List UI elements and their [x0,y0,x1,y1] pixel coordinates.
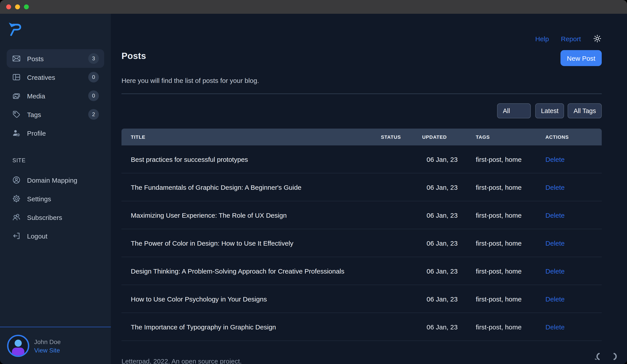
sidebar-item-settings[interactable]: Settings [7,189,104,208]
sidebar-item-logout[interactable]: Logout [7,227,104,245]
app-stage: Posts 3 Creatives 0 Medi [0,0,627,364]
post-updated: 06 Jan, 23 [422,295,476,303]
table-row[interactable]: The Fundamentals of Graphic Design: A Be… [121,173,602,201]
posts-table: TITLE STATUS UPDATED TAGS ACTIONS Best p… [121,129,602,341]
post-title[interactable]: Design Thinking: A Problem-Solving Appro… [121,267,381,275]
post-updated: 06 Jan, 23 [422,211,476,219]
sidebar: Posts 3 Creatives 0 Medi [0,14,111,364]
app-window: Posts 3 Creatives 0 Medi [0,0,627,364]
sidebar-main-nav: Posts 3 Creatives 0 Medi [0,49,111,142]
new-post-button[interactable]: New Post [561,50,602,66]
help-link[interactable]: Help [535,35,549,42]
user-gear-icon [12,129,21,137]
post-status [381,183,422,191]
sidebar-item-domain-mapping[interactable]: Domain Mapping [7,171,104,189]
post-updated: 06 Jan, 23 [422,239,476,247]
layout-icon [12,73,21,82]
filter-all-tags-select[interactable]: All Tags [568,103,602,118]
tags-count-badge: 2 [88,109,99,120]
footer-text: Letterpad, 2022. An open source project. [121,357,602,364]
media-count-badge: 0 [88,91,99,101]
zoom-button[interactable] [24,4,29,9]
sidebar-item-subscribers[interactable]: Subscribers [7,208,104,227]
column-header-updated: UPDATED [422,134,476,140]
filter-latest-select[interactable]: Latest [535,103,564,118]
sidebar-item-label: Domain Mapping [27,176,99,184]
letterpad-logo-icon [7,21,23,37]
post-title[interactable]: The Importance of Typography in Graphic … [121,323,381,330]
sidebar-item-label: Creatives [27,73,82,81]
delete-link[interactable]: Delete [545,183,565,191]
delete-link[interactable]: Delete [545,267,565,275]
sidebar-item-profile[interactable]: Profile [7,124,104,142]
post-title[interactable]: The Fundamentals of Graphic Design: A Be… [121,183,381,191]
post-status [381,323,422,331]
delete-link[interactable]: Delete [545,239,565,247]
post-tags: first-post, home [476,156,545,163]
filter-all-select[interactable]: All [497,103,531,118]
filters-bar: All Latest All Tags [121,103,602,118]
post-title[interactable]: The Power of Color in Design: How to Use… [121,239,381,247]
tag-icon [12,110,21,119]
theme-toggle[interactable] [593,34,602,43]
minimize-button[interactable] [15,4,20,9]
table-row[interactable]: The Power of Color in Design: How to Use… [121,229,602,257]
sidebar-item-label: Subscribers [27,213,99,221]
avatar[interactable] [7,334,29,357]
footer-icons [594,353,620,361]
table-row[interactable]: Maximizing User Experience: The Role of … [121,201,602,229]
post-status [381,239,422,247]
post-title[interactable]: How to Use Color Psychology in Your Desi… [121,295,381,303]
github-icon[interactable] [594,353,602,361]
post-updated: 06 Jan, 23 [422,267,476,275]
page-header: Posts New Post [121,51,602,66]
sidebar-section-site: SITE [12,157,111,164]
post-tags: first-post, home [476,295,545,303]
sidebar-item-label: Settings [27,195,99,202]
gear-icon [12,194,21,203]
sidebar-item-label: Logout [27,232,99,240]
close-button[interactable] [6,4,11,9]
table-row[interactable]: The Importance of Typography in Graphic … [121,313,602,341]
sidebar-site-nav: Domain Mapping Settings Subscribers [0,171,111,245]
creatives-count-badge: 0 [88,72,99,82]
post-updated: 06 Jan, 23 [422,183,476,191]
main-content: Help Report Posts New Post Here you will… [111,14,627,364]
delete-link[interactable]: Delete [545,323,565,330]
table-header: TITLE STATUS UPDATED TAGS ACTIONS [121,129,602,145]
app-body: Posts 3 Creatives 0 Medi [0,14,627,364]
logout-icon [12,231,21,240]
users-icon [12,213,21,222]
post-status [381,155,422,163]
table-row[interactable]: Best practices for successful prototypes… [121,145,602,173]
post-status [381,267,422,275]
moon-icon[interactable] [612,353,620,361]
image-icon [12,91,21,100]
envelope-icon [12,54,21,63]
sidebar-item-posts[interactable]: Posts 3 [7,49,104,68]
table-body: Best practices for successful prototypes… [121,145,602,341]
report-link[interactable]: Report [561,35,581,42]
delete-link[interactable]: Delete [545,211,565,219]
sidebar-item-label: Posts [27,55,82,62]
view-site-link[interactable]: View Site [34,347,61,354]
topbar: Help Report [121,34,602,43]
sidebar-footer: John Doe View Site [0,327,111,364]
post-title[interactable]: Maximizing User Experience: The Role of … [121,211,381,219]
post-status [381,211,422,219]
post-title[interactable]: Best practices for successful prototypes [121,156,381,163]
sun-icon [593,34,602,43]
sidebar-item-tags[interactable]: Tags 2 [7,105,104,124]
user-name: John Doe [34,337,61,347]
sidebar-item-media[interactable]: Media 0 [7,86,104,105]
post-tags: first-post, home [476,211,545,219]
post-tags: first-post, home [476,323,545,330]
column-header-title: TITLE [121,134,381,140]
delete-link[interactable]: Delete [545,295,565,303]
logo[interactable] [0,14,111,40]
sidebar-item-label: Tags [27,111,82,118]
table-row[interactable]: Design Thinking: A Problem-Solving Appro… [121,257,602,285]
table-row[interactable]: How to Use Color Psychology in Your Desi… [121,285,602,313]
delete-link[interactable]: Delete [545,156,565,163]
sidebar-item-creatives[interactable]: Creatives 0 [7,68,104,86]
